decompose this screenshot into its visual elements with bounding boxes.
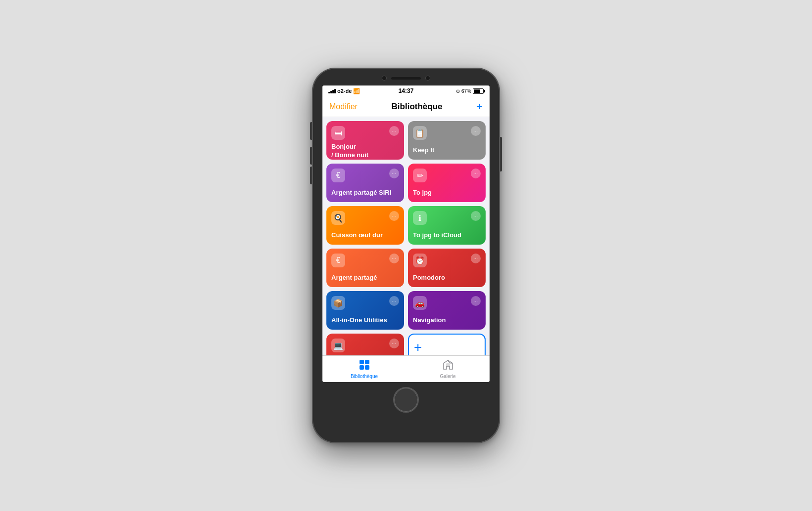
card-label-all-in-one: All-in-One Utilities: [331, 316, 399, 325]
svg-rect-2: [360, 365, 364, 370]
card-header: ⏰ ···: [413, 254, 481, 267]
card-label-to-jpg: To jpg: [413, 189, 481, 197]
sensor: [426, 76, 430, 80]
card-icon-to-jpg: ✏: [413, 169, 427, 182]
status-carrier: o2-de 📶: [328, 88, 360, 94]
shortcut-card-argent-partage-siri[interactable]: € ··· Argent partagé SIRI: [326, 164, 404, 202]
card-icon-slack-bonjour: 💻: [331, 339, 345, 352]
card-header: 🛏 ···: [331, 126, 399, 140]
card-icon-navigation: 🚗: [413, 296, 427, 310]
scene: o2-de 📶 14:37 ⊙ 67% Modifier Bibliothèqu…: [0, 0, 812, 511]
page-title: Bibliothèque: [392, 102, 443, 112]
card-more-all-in-one[interactable]: ···: [389, 296, 399, 306]
card-icon-cuisson-oeuf-dur: 🍳: [331, 211, 345, 225]
card-more-navigation[interactable]: ···: [471, 296, 481, 306]
svg-point-4: [446, 363, 450, 367]
shortcut-card-to-jpg-icloud[interactable]: ℹ ··· To jpg to iCloud: [408, 206, 486, 245]
card-icon-to-jpg-icloud: ℹ: [413, 211, 427, 225]
card-more-cuisson-oeuf-dur[interactable]: ···: [389, 211, 399, 221]
card-label-bonjour-bonne-nuit: Bonjour/ Bonne nuit: [331, 143, 399, 160]
card-icon-all-in-one: 📦: [331, 296, 345, 310]
card-header: +: [414, 340, 480, 355]
add-button[interactable]: +: [476, 100, 483, 113]
tab-bar: Bibliothèque Galerie: [322, 355, 490, 382]
card-more-to-jpg[interactable]: ···: [471, 169, 481, 178]
card-icon-argent-partage-siri: €: [331, 169, 345, 182]
card-label-argent-partage-siri: Argent partagé SIRI: [331, 189, 399, 197]
location-icon: ⊙: [456, 88, 460, 94]
battery-icon: [473, 88, 484, 94]
card-more-pomodoro[interactable]: ···: [471, 254, 481, 263]
tab-bibliotheque[interactable]: Bibliothèque: [322, 359, 406, 379]
card-header: 💻 ···: [331, 339, 399, 352]
card-header: ✏ ···: [413, 169, 481, 182]
shortcut-card-keep-it[interactable]: 📋 ··· Keep It: [408, 121, 486, 160]
card-more-bonjour-bonne-nuit[interactable]: ···: [389, 126, 399, 136]
shortcut-card-navigation[interactable]: 🚗 ··· Navigation: [408, 291, 486, 330]
shortcut-card-bonjour-bonne-nuit[interactable]: 🛏 ··· Bonjour/ Bonne nuit: [326, 121, 404, 160]
phone-top: [312, 68, 500, 83]
svg-rect-0: [360, 360, 364, 364]
card-header: € ···: [331, 254, 399, 267]
shortcut-card-all-in-one[interactable]: 📦 ··· All-in-One Utilities: [326, 291, 404, 330]
phone-screen: o2-de 📶 14:37 ⊙ 67% Modifier Bibliothèqu…: [322, 85, 490, 382]
card-label-keep-it: Keep It: [413, 146, 481, 155]
card-more-keep-it[interactable]: ···: [471, 126, 481, 136]
tab-label-galerie: Galerie: [440, 374, 455, 379]
status-bar: o2-de 📶 14:37 ⊙ 67%: [322, 85, 490, 96]
card-header: 📦 ···: [331, 296, 399, 310]
svg-rect-1: [365, 360, 369, 364]
card-more-argent-partage-siri[interactable]: ···: [389, 169, 399, 178]
phone-device: o2-de 📶 14:37 ⊙ 67% Modifier Bibliothèqu…: [312, 68, 500, 443]
card-icon-pomodoro: ⏰: [413, 254, 427, 267]
card-label-cuisson-oeuf-dur: Cuisson œuf dur: [331, 231, 399, 240]
wifi-icon: 📶: [353, 88, 360, 94]
carrier-name: o2-de: [337, 88, 352, 94]
shortcut-card-slack-bonjour[interactable]: 💻 ··· Slack Bonjour: [326, 334, 404, 355]
battery-percent: 67%: [461, 88, 471, 94]
tab-icon-bibliotheque: [359, 359, 370, 373]
signal-bars: [328, 88, 336, 93]
card-header: 🚗 ···: [413, 296, 481, 310]
shortcut-card-pomodoro[interactable]: ⏰ ··· Pomodoro: [408, 249, 486, 287]
card-label-navigation: Navigation: [413, 316, 481, 325]
card-more-argent-partage[interactable]: ···: [389, 254, 399, 263]
shortcut-card-to-jpg[interactable]: ✏ ··· To jpg: [408, 164, 486, 202]
front-camera: [382, 76, 386, 80]
card-header: € ···: [331, 169, 399, 182]
card-more-to-jpg-icloud[interactable]: ···: [471, 211, 481, 221]
card-icon-keep-it: 📋: [413, 126, 427, 140]
modifier-button[interactable]: Modifier: [329, 102, 358, 111]
status-right: ⊙ 67%: [456, 88, 484, 94]
signal-bar-1: [328, 92, 330, 93]
card-label-argent-partage: Argent partagé: [331, 274, 399, 282]
card-icon-argent-partage: €: [331, 254, 345, 267]
signal-bar-2: [330, 91, 332, 93]
shortcuts-grid: 🛏 ··· Bonjour/ Bonne nuit 📋 ··· Keep It …: [322, 117, 490, 355]
card-more-slack-bonjour[interactable]: ···: [389, 339, 399, 348]
battery-fill: [474, 89, 480, 93]
tab-label-bibliotheque: Bibliothèque: [351, 374, 378, 379]
speaker-grille: [391, 77, 421, 80]
card-label-to-jpg-icloud: To jpg to iCloud: [413, 231, 481, 240]
signal-bar-4: [334, 89, 336, 93]
shortcut-card-create[interactable]: + Créer un raccourci: [408, 334, 486, 355]
create-icon: +: [414, 340, 422, 355]
card-header: 🍳 ···: [331, 211, 399, 225]
card-label-pomodoro: Pomodoro: [413, 274, 481, 282]
card-icon-bonjour-bonne-nuit: 🛏: [331, 126, 345, 140]
nav-bar: Modifier Bibliothèque +: [322, 96, 490, 117]
svg-rect-3: [365, 365, 369, 370]
card-header: 📋 ···: [413, 126, 481, 140]
tab-galerie[interactable]: Galerie: [406, 359, 490, 379]
signal-bar-3: [332, 90, 334, 93]
tab-icon-galerie: [443, 359, 453, 373]
shortcut-card-argent-partage[interactable]: € ··· Argent partagé: [326, 249, 404, 287]
shortcut-card-cuisson-oeuf-dur[interactable]: 🍳 ··· Cuisson œuf dur: [326, 206, 404, 245]
status-time: 14:37: [399, 87, 414, 94]
card-header: ℹ ···: [413, 211, 481, 225]
home-button[interactable]: [393, 387, 419, 413]
